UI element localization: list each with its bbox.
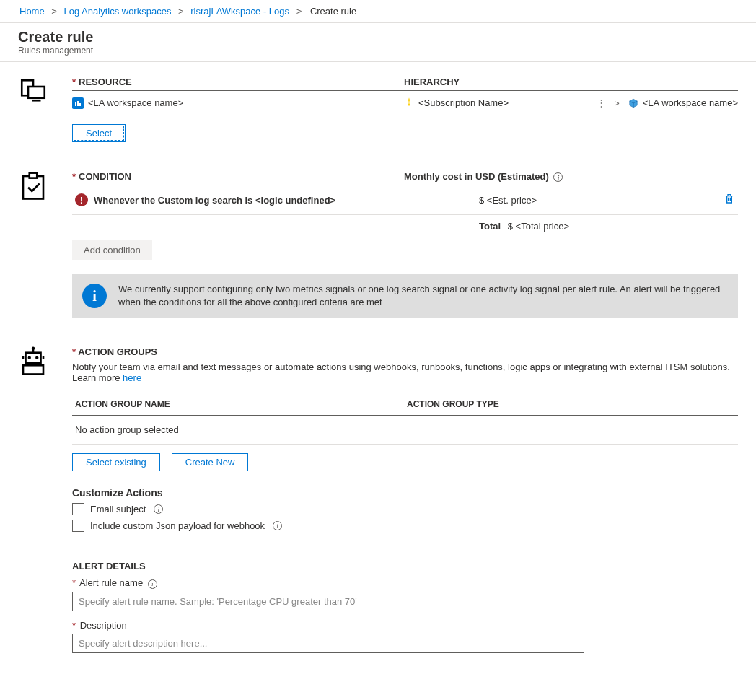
- ag-empty-text: No action group selected: [72, 416, 738, 445]
- add-condition-button: Add condition: [72, 240, 152, 260]
- chevron-right-icon: >: [296, 6, 302, 17]
- create-new-button[interactable]: Create New: [172, 453, 249, 471]
- chevron-right-icon: >: [51, 6, 57, 17]
- info-text: We currently support configuring only tw…: [118, 283, 728, 309]
- hierarchy-label: HIERARCHY: [404, 76, 460, 87]
- action-groups-icon: [18, 346, 72, 652]
- chevron-right-icon: >: [615, 99, 619, 108]
- info-banner: i We currently support configuring only …: [72, 274, 738, 318]
- resource-section: *RESOURCE HIERARCHY <LA workspace name> …: [18, 76, 738, 142]
- select-existing-button[interactable]: Select existing: [72, 453, 160, 471]
- bc-logs[interactable]: risrajLAWkspace - Logs: [190, 6, 289, 17]
- bc-law[interactable]: Log Analytics workspaces: [64, 6, 172, 17]
- condition-text: Whenever the Custom log search is <logic…: [94, 195, 335, 206]
- bc-current: Create rule: [310, 6, 356, 17]
- svg-point-9: [32, 347, 35, 350]
- customize-actions-title: Customize Actions: [72, 487, 738, 499]
- total-price: $ <Total price>: [508, 221, 569, 232]
- svg-point-12: [35, 356, 38, 359]
- learn-more-link[interactable]: here: [123, 372, 141, 383]
- alert-details: ALERT DETAILS * Alert rule name i * Desc…: [72, 561, 738, 652]
- key-icon: [404, 97, 414, 109]
- svg-rect-3: [75, 102, 76, 106]
- svg-rect-7: [30, 173, 38, 178]
- action-groups-label: ACTION GROUPS: [78, 346, 157, 357]
- email-subject-checkbox[interactable]: [72, 503, 84, 515]
- info-icon: i: [82, 284, 107, 308]
- page-header: Create rule Rules management: [0, 23, 756, 62]
- svg-rect-4: [77, 101, 79, 106]
- page-title: Create rule: [18, 29, 738, 45]
- resource-icon: [18, 76, 72, 142]
- condition-row[interactable]: ! Whenever the Custom log search is <log…: [72, 185, 738, 215]
- json-payload-checkbox[interactable]: [72, 520, 84, 532]
- info-icon[interactable]: i: [553, 172, 563, 182]
- hierarchy-workspace-name: <LA workspace name>: [643, 97, 738, 108]
- robot-icon: [18, 346, 48, 377]
- la-workspace-icon: [72, 97, 84, 109]
- condition-section: *CONDITION Monthly cost in USD (Estimate…: [18, 171, 738, 318]
- cost-label: Monthly cost in USD (Estimated): [404, 171, 549, 182]
- condition-icon: [18, 171, 72, 318]
- condition-label: CONDITION: [79, 171, 131, 182]
- breadcrumb: Home > Log Analytics workspaces > risraj…: [0, 0, 756, 23]
- svg-rect-6: [23, 176, 43, 199]
- svg-rect-5: [79, 103, 81, 106]
- info-icon[interactable]: i: [148, 579, 157, 589]
- alert-details-label: ALERT DETAILS: [72, 561, 738, 572]
- json-payload-label: Include custom Json payload for webhook: [90, 520, 265, 531]
- total-label: Total: [479, 221, 501, 232]
- condition-price: $ <Est. price>: [436, 195, 713, 206]
- select-resource-button[interactable]: Select: [72, 124, 126, 142]
- email-subject-label: Email subject: [90, 504, 146, 515]
- ag-col-name: ACTION GROUP NAME: [75, 399, 407, 409]
- resource-label: RESOURCE: [79, 76, 132, 87]
- svg-rect-13: [23, 366, 43, 375]
- customize-actions: Customize Actions Email subject i Includ…: [72, 487, 738, 532]
- page-subtitle: Rules management: [18, 45, 738, 56]
- resource-name: <LA workspace name>: [88, 97, 183, 108]
- warning-icon: !: [75, 193, 88, 206]
- computer-icon: [18, 76, 48, 107]
- workspace-icon: [628, 98, 638, 108]
- subscription-name: <Subscription Name>: [418, 97, 509, 108]
- delete-condition-button[interactable]: [724, 194, 735, 206]
- action-groups-section: * ACTION GROUPS Notify your team via ema…: [18, 346, 738, 652]
- alert-name-label: Alert rule name: [79, 577, 143, 588]
- ag-col-type: ACTION GROUP TYPE: [407, 399, 735, 409]
- svg-point-11: [28, 356, 31, 359]
- alert-desc-label: Description: [80, 620, 127, 631]
- svg-rect-1: [28, 87, 45, 98]
- bc-home[interactable]: Home: [19, 6, 45, 17]
- chevron-right-icon: >: [178, 6, 184, 17]
- info-icon[interactable]: i: [154, 504, 163, 514]
- alert-name-input[interactable]: [72, 592, 584, 611]
- clipboard-check-icon: [18, 171, 48, 201]
- info-icon[interactable]: i: [273, 521, 282, 530]
- action-groups-desc: Notify your team via email and text mess…: [72, 362, 730, 383]
- alert-desc-input[interactable]: [72, 634, 584, 653]
